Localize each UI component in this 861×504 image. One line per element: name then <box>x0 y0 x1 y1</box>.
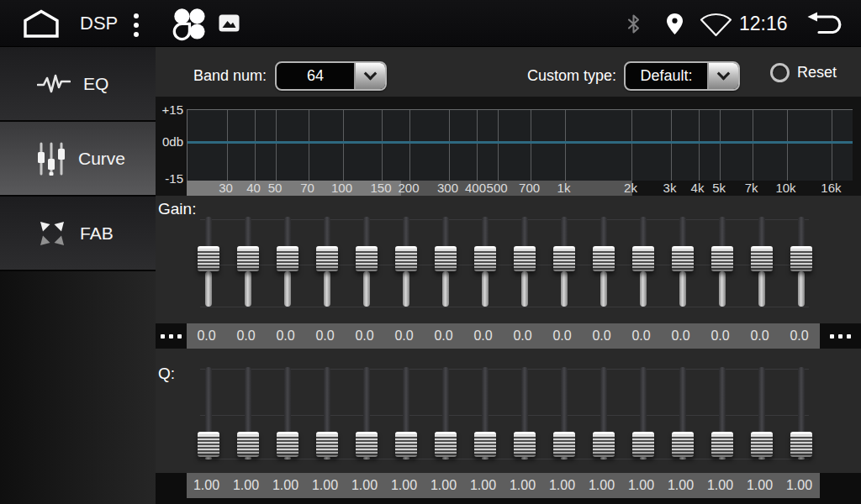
q-slider-1[interactable] <box>188 367 228 461</box>
q-slider-8[interactable] <box>465 367 504 461</box>
freq-tick-label: 2k <box>624 181 637 196</box>
q-slider-15[interactable] <box>742 367 781 461</box>
gain-slider-3[interactable] <box>267 212 307 311</box>
slider-knob[interactable] <box>316 432 338 457</box>
slider-knob[interactable] <box>632 432 654 457</box>
grid-line <box>832 110 832 181</box>
slider-knob[interactable] <box>277 432 298 457</box>
gain-slider-13[interactable] <box>663 212 702 311</box>
sidebar-item-curve[interactable]: Curve <box>0 122 156 197</box>
band-num-select[interactable]: 64 <box>275 61 387 91</box>
slider-knob[interactable] <box>553 432 575 457</box>
freq-tick-label: 30 <box>219 181 233 196</box>
grid-line <box>449 110 450 181</box>
freq-tick-label: 100 <box>331 181 352 196</box>
slider-knob[interactable] <box>672 432 694 457</box>
gain-value-3: 0.0 <box>266 323 305 349</box>
slider-knob[interactable] <box>316 246 338 271</box>
q-value-15: 1.00 <box>740 473 779 498</box>
slider-knob[interactable] <box>553 246 575 271</box>
slider-knob[interactable] <box>474 246 496 271</box>
slider-knob[interactable] <box>593 246 615 271</box>
gain-slider-1[interactable] <box>188 212 228 311</box>
q-slider-11[interactable] <box>584 367 623 461</box>
q-slider-2[interactable] <box>228 367 267 461</box>
slider-knob[interactable] <box>198 432 219 457</box>
gain-slider-9[interactable] <box>504 212 544 311</box>
slider-knob[interactable] <box>632 246 654 271</box>
q-slider-12[interactable] <box>623 367 663 461</box>
q-value-10: 1.00 <box>542 473 582 498</box>
gallery-button[interactable] <box>219 14 240 32</box>
q-slider-13[interactable] <box>663 367 702 461</box>
gain-slider-14[interactable] <box>702 212 742 311</box>
gain-slider-10[interactable] <box>544 212 584 311</box>
q-slider-6[interactable] <box>386 367 425 461</box>
slider-knob[interactable] <box>277 246 298 271</box>
apps-clover-icon <box>171 6 206 41</box>
gain-slider-2[interactable] <box>228 212 267 311</box>
q-slider-9[interactable] <box>504 367 544 461</box>
slider-knob[interactable] <box>711 246 733 271</box>
gain-slider-5[interactable] <box>346 212 386 311</box>
slider-knob[interactable] <box>790 432 812 457</box>
gain-more-left-button[interactable] <box>156 323 187 349</box>
grid-line <box>787 110 788 181</box>
slider-knob[interactable] <box>514 432 536 457</box>
slider-knob[interactable] <box>790 246 812 271</box>
y-axis-label: 0db <box>156 134 183 149</box>
slider-knob[interactable] <box>435 246 457 271</box>
q-slider-10[interactable] <box>544 367 584 461</box>
q-value-11: 1.00 <box>582 473 621 498</box>
gain-slider-6[interactable] <box>386 212 425 311</box>
kebab-menu-button[interactable] <box>134 11 139 39</box>
slider-knob[interactable] <box>474 432 496 457</box>
q-value-13: 1.00 <box>661 473 700 498</box>
reset-button[interactable]: Reset <box>770 63 837 82</box>
slider-knob[interactable] <box>672 246 694 271</box>
gain-slider-8[interactable] <box>465 212 504 311</box>
q-slider-7[interactable] <box>425 367 465 461</box>
q-value-14: 1.00 <box>700 473 740 498</box>
back-button[interactable] <box>805 12 845 35</box>
gain-slider-11[interactable] <box>584 212 623 311</box>
slider-knob[interactable] <box>514 246 536 271</box>
slider-knob[interactable] <box>356 246 378 271</box>
freq-tick-label: 700 <box>519 181 540 196</box>
slider-knob[interactable] <box>237 246 259 271</box>
home-button[interactable] <box>22 8 61 39</box>
gain-slider-15[interactable] <box>742 212 781 311</box>
freq-tick-label: 500 <box>487 181 508 196</box>
gain-slider-7[interactable] <box>425 212 465 311</box>
sidebar-item-fab[interactable]: FAB <box>0 197 156 271</box>
slider-knob[interactable] <box>356 432 378 457</box>
q-slider-3[interactable] <box>267 367 307 461</box>
gain-more-right-button[interactable] <box>820 323 861 349</box>
y-axis-label: -15 <box>156 171 183 186</box>
q-slider-4[interactable] <box>307 367 346 461</box>
slider-knob[interactable] <box>711 432 733 457</box>
apps-launcher-button[interactable] <box>171 6 206 41</box>
gain-value-7: 0.0 <box>424 323 463 349</box>
sidebar-item-eq[interactable]: EQ <box>0 47 156 122</box>
freq-tick-label: 5k <box>712 181 726 196</box>
gain-value-4: 0.0 <box>305 323 345 349</box>
slider-knob[interactable] <box>395 246 417 271</box>
slider-knob[interactable] <box>395 432 417 457</box>
gain-slider-4[interactable] <box>307 212 346 311</box>
slider-knob[interactable] <box>593 432 615 457</box>
slider-knob[interactable] <box>435 432 457 457</box>
slider-knob[interactable] <box>198 246 219 271</box>
q-slider-5[interactable] <box>346 367 386 461</box>
q-slider-16[interactable] <box>781 367 821 461</box>
slider-track-lower <box>679 271 686 307</box>
gain-value-1: 0.0 <box>187 323 226 349</box>
q-slider-14[interactable] <box>702 367 742 461</box>
slider-knob[interactable] <box>751 432 773 457</box>
custom-type-select[interactable]: Default: <box>624 61 740 91</box>
slider-knob[interactable] <box>751 246 773 271</box>
slider-knob[interactable] <box>237 432 259 457</box>
gain-slider-16[interactable] <box>781 212 821 311</box>
gain-slider-12[interactable] <box>623 212 663 311</box>
freq-tick-label: 200 <box>398 181 419 196</box>
